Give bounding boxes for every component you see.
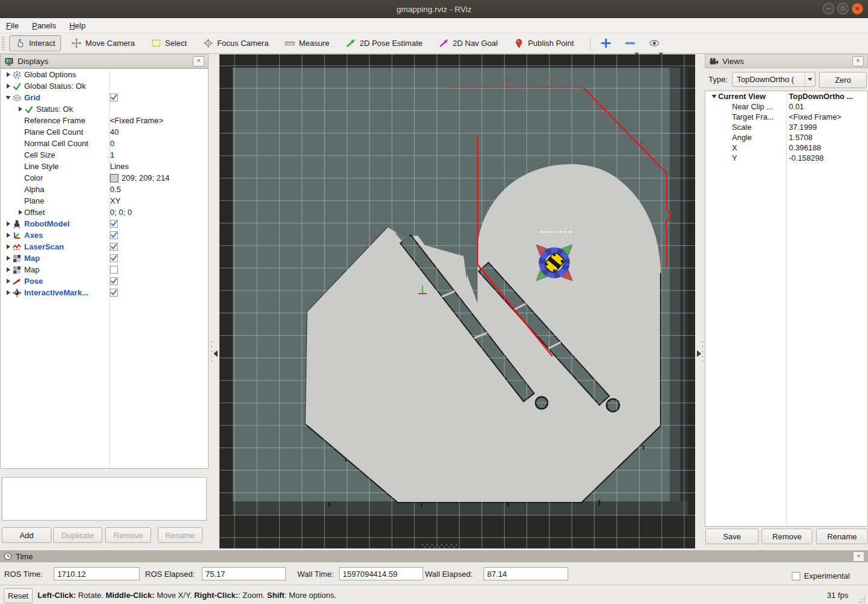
toolbar-grip[interactable] <box>1 36 5 51</box>
enable-checkbox[interactable] <box>110 243 118 251</box>
enable-checkbox[interactable] <box>110 220 118 228</box>
views-row-x[interactable]: X0.396188 <box>705 143 867 153</box>
row-value[interactable]: 37.1999 <box>789 123 817 132</box>
expand-arrow-icon[interactable] <box>4 94 12 101</box>
tool-select[interactable]: Select <box>145 35 193 51</box>
tool-remove-minus-icon[interactable] <box>622 36 638 51</box>
enable-checkbox[interactable] <box>110 254 118 262</box>
collapse-arrow-icon[interactable] <box>16 105 24 113</box>
displays-row-global-status-ok[interactable]: Global Status: Ok <box>1 80 208 92</box>
row-value[interactable]: 0.01 <box>789 102 804 111</box>
time-field-ros-time-[interactable]: 1710.12 <box>54 567 140 580</box>
row-value[interactable]: Lines <box>110 162 129 171</box>
menu-item-help[interactable]: Help <box>70 21 86 30</box>
experimental-checkbox[interactable] <box>792 572 800 580</box>
row-value[interactable]: 1.5708 <box>789 133 812 142</box>
tool-2d-pose-estimate[interactable]: 2D Pose Estimate <box>340 35 429 51</box>
rename-view-button[interactable]: Rename <box>816 528 868 544</box>
collapse-arrow-icon[interactable] <box>4 289 12 297</box>
row-value[interactable]: TopDownOrtho ... <box>789 92 853 101</box>
displays-row-normal-cell-count[interactable]: Normal Cell Count0 <box>1 138 208 149</box>
minimize-button[interactable]: – <box>823 3 834 14</box>
tool-2d-nav-goal[interactable]: 2D Nav Goal <box>433 35 504 51</box>
displays-row-interactivemark-[interactable]: InteractiveMark... <box>1 287 208 298</box>
rename-display-button[interactable]: Rename <box>158 527 202 543</box>
collapse-right-icon[interactable] <box>696 350 702 358</box>
displays-row-map[interactable]: Map <box>1 264 208 275</box>
add-display-button[interactable]: Add <box>2 527 51 543</box>
remove-display-button[interactable]: Remove <box>105 527 151 543</box>
displays-row-cell-size[interactable]: Cell Size1 <box>1 149 208 161</box>
tool-measure[interactable]: Measure <box>279 35 335 51</box>
row-value[interactable]: XY <box>110 196 120 205</box>
views-panel-header[interactable]: Views × <box>705 54 868 68</box>
time-panel-header[interactable]: Time × <box>0 550 868 562</box>
menu-item-panels[interactable]: Panels <box>32 21 56 30</box>
row-value[interactable]: <Fixed Frame> <box>110 116 163 125</box>
tool-add-plus-icon[interactable] <box>598 36 614 51</box>
displays-row-laserscan[interactable]: LaserScan <box>1 241 208 252</box>
time-field-wall-elapsed-[interactable]: 87.14 <box>484 567 568 580</box>
collapse-arrow-icon[interactable] <box>4 82 12 90</box>
displays-row-alpha[interactable]: Alpha0.5 <box>1 184 208 195</box>
row-value[interactable]: 0; 0; 0 <box>110 208 132 217</box>
time-field-wall-time-[interactable]: 1597094414.59 <box>339 567 423 580</box>
tool-interact[interactable]: Interact <box>9 35 61 51</box>
row-value[interactable]: 0 <box>110 139 114 148</box>
row-value[interactable]: 40 <box>110 127 118 137</box>
displays-row-plane[interactable]: PlaneXY <box>1 195 208 207</box>
tool-visibility-eye-icon[interactable] <box>646 36 662 51</box>
render-viewport[interactable] <box>219 54 695 548</box>
displays-row-offset[interactable]: Offset0; 0; 0 <box>1 207 208 218</box>
reset-button[interactable]: Reset <box>4 588 33 603</box>
time-close-icon[interactable]: × <box>853 551 864 562</box>
views-close-icon[interactable]: × <box>852 56 864 66</box>
menu-item-file[interactable]: File <box>6 21 19 30</box>
collapse-arrow-icon[interactable] <box>4 71 12 79</box>
row-value[interactable]: <Fixed Frame> <box>789 112 841 121</box>
expand-arrow-icon[interactable] <box>710 92 718 100</box>
row-value[interactable]: 1 <box>110 150 114 159</box>
views-row-scale[interactable]: Scale37.1999 <box>705 122 867 132</box>
collapse-arrow-icon[interactable] <box>4 243 12 251</box>
left-splitter[interactable] <box>209 54 219 548</box>
collapse-arrow-icon[interactable] <box>4 254 12 262</box>
time-field-ros-elapsed-[interactable]: 75.17 <box>202 567 286 580</box>
collapse-arrow-icon[interactable] <box>4 277 12 285</box>
enable-checkbox[interactable] <box>110 266 118 274</box>
displays-panel-header[interactable]: Displays × <box>0 54 209 68</box>
views-row-y[interactable]: Y-0.158298 <box>705 153 867 163</box>
save-view-button[interactable]: Save <box>705 528 759 544</box>
row-value[interactable]: 0.396188 <box>789 143 821 152</box>
color-swatch[interactable] <box>110 174 118 182</box>
maximize-button[interactable]: □ <box>837 3 849 14</box>
collapse-arrow-icon[interactable] <box>16 208 24 216</box>
collapse-arrow-icon[interactable] <box>4 231 12 239</box>
displays-row-color[interactable]: Color209; 209; 214 <box>1 172 208 184</box>
zero-button[interactable]: Zero <box>819 72 867 88</box>
displays-row-status-ok[interactable]: Status: Ok <box>1 103 208 115</box>
duplicate-display-button[interactable]: Duplicate <box>53 527 102 543</box>
collapse-arrow-icon[interactable] <box>4 220 12 228</box>
displays-row-pose[interactable]: Pose <box>1 275 208 287</box>
view-type-combo[interactable]: TopDownOrtho ( <box>732 72 815 87</box>
tool-move-camera[interactable]: Move Camera <box>65 35 141 51</box>
row-value[interactable]: 209; 209; 214 <box>121 173 170 182</box>
displays-row-grid[interactable]: Grid <box>1 92 208 103</box>
displays-row-axes[interactable]: Axes <box>1 230 208 241</box>
views-row-current-view[interactable]: Current ViewTopDownOrtho ... <box>705 91 867 101</box>
views-row-near-clip-[interactable]: Near Clip ...0.01 <box>705 101 867 112</box>
collapse-left-icon[interactable] <box>213 350 218 358</box>
displays-row-plane-cell-count[interactable]: Plane Cell Count40 <box>1 126 208 138</box>
row-value[interactable]: 0.5 <box>110 185 121 194</box>
enable-checkbox[interactable] <box>110 289 118 297</box>
displays-close-icon[interactable]: × <box>193 56 204 66</box>
views-row-angle[interactable]: Angle1.5708 <box>705 132 867 143</box>
displays-row-line-style[interactable]: Line StyleLines <box>1 161 208 172</box>
close-button[interactable]: ✕ <box>852 3 863 14</box>
tool-publish-point[interactable]: Publish Point <box>508 35 580 51</box>
title-bar[interactable]: gmapping.rviz - RViz – □ ✕ <box>0 0 868 18</box>
tool-focus-camera[interactable]: Focus Camera <box>197 35 274 51</box>
views-row-target-fra-[interactable]: Target Fra...<Fixed Frame> <box>705 112 867 122</box>
displays-row-robotmodel[interactable]: RobotModel <box>1 218 208 230</box>
